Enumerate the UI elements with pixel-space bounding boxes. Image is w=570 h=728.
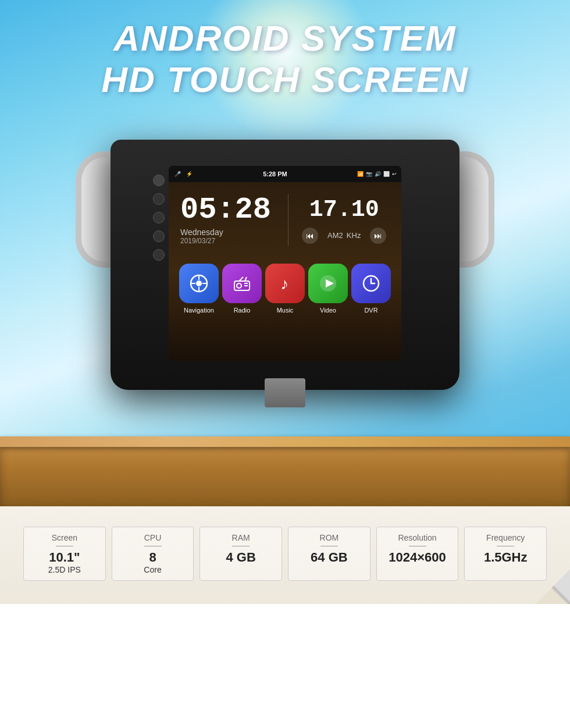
spec-item-screen: Screen 10.1" 2.5D IPS — [23, 527, 106, 581]
radio-section: 17.10 ⏮ AM2 KHz ⏭ — [293, 188, 396, 252]
spec-divider — [320, 546, 338, 546]
app-grid: NavigationRadio♪MusicVideoDVR — [169, 258, 401, 361]
spec-label: Screen — [52, 533, 77, 542]
app-icon-video — [308, 264, 348, 303]
camera-icon: 📷 — [366, 171, 372, 177]
app-icon-dvr — [351, 264, 391, 303]
app-item-music[interactable]: ♪Music — [265, 264, 305, 358]
app-item-dvr[interactable]: DVR — [351, 264, 391, 358]
back-icon: ↩ — [392, 171, 397, 177]
shelf-top — [0, 436, 570, 447]
volume-icon: 🔊 — [375, 171, 381, 177]
clock-section: 05:28 Wednesday 2019/03/27 — [174, 188, 283, 252]
spec-divider — [409, 546, 426, 546]
shelf — [0, 436, 570, 506]
android-screen[interactable]: 🎤 ⚡ 5:28 PM 📶 📷 🔊 ⬜ ↩ — [169, 166, 401, 361]
info-panel: 05:28 Wednesday 2019/03/27 17.10 ⏮ — [169, 182, 401, 258]
spec-divider — [497, 546, 514, 546]
specs-grid: Screen 10.1" 2.5D IPS CPU 8 Core RAM 4 G… — [23, 527, 547, 581]
wifi-icon: 📶 — [357, 171, 364, 177]
spec-item-resolution: Resolution 1024×600 — [376, 527, 459, 581]
left-buttons — [150, 169, 168, 285]
radio-frequency: 17.10 — [309, 197, 379, 223]
app-icon-radio — [222, 264, 262, 303]
spec-value: 1.5GHz — [484, 550, 528, 565]
app-item-radio[interactable]: Radio — [222, 264, 262, 358]
spec-sub: Core — [144, 565, 161, 574]
title-block: ANDROID SYSTEM HD TOUCH SCREEN — [0, 17, 570, 100]
clock-day: Wednesday — [180, 228, 283, 237]
svg-text:♪: ♪ — [280, 275, 288, 293]
spec-label: ROM — [320, 533, 339, 542]
bottom-mount — [265, 378, 305, 407]
spec-label: RAM — [232, 533, 250, 542]
radio-band-label: AM2 KHz — [327, 231, 361, 240]
status-left-icons: 🎤 ⚡ — [173, 170, 193, 178]
spec-item-ram: RAM 4 GB — [200, 527, 282, 581]
spec-label: Resolution — [398, 533, 436, 542]
app-label-radio: Radio — [234, 307, 251, 314]
window-icon: ⬜ — [383, 171, 390, 177]
spec-value: 10.1" — [49, 550, 80, 565]
spec-divider — [56, 546, 73, 546]
title-line1: ANDROID SYSTEM — [0, 17, 570, 59]
app-item-video[interactable]: Video — [308, 264, 348, 358]
radio-prev-button[interactable]: ⏮ — [302, 228, 318, 244]
specs-section: Screen 10.1" 2.5D IPS CPU 8 Core RAM 4 G… — [0, 506, 570, 604]
radio-next-button[interactable]: ⏭ — [370, 228, 386, 244]
spec-label: Frequency — [486, 533, 525, 542]
device-wrapper: 🎤 ⚡ 5:28 PM 📶 📷 🔊 ⬜ ↩ — [76, 122, 494, 390]
svg-point-1 — [196, 280, 202, 286]
vol-up-button[interactable] — [153, 230, 165, 242]
spec-value: 8 — [149, 550, 156, 565]
spec-value: 64 GB — [311, 550, 348, 565]
screen-content: 05:28 Wednesday 2019/03/27 17.10 ⏮ — [169, 182, 401, 361]
radio-controls: ⏮ AM2 KHz ⏭ — [302, 228, 386, 244]
svg-line-11 — [245, 277, 247, 281]
spec-item-cpu: CPU 8 Core — [112, 527, 194, 581]
app-item-navigation[interactable]: Navigation — [179, 264, 219, 358]
svg-point-7 — [237, 283, 241, 288]
spec-item-rom: ROM 64 GB — [288, 527, 370, 581]
clock-date: 2019/03/27 — [180, 237, 283, 245]
app-label-navigation: Navigation — [184, 307, 214, 314]
hero-section: ANDROID SYSTEM HD TOUCH SCREEN — [0, 0, 570, 506]
vol-down-button[interactable] — [153, 249, 165, 261]
mic-icon: 🎤 — [173, 170, 181, 178]
status-time: 5:28 PM — [263, 171, 287, 177]
radio-body: 🎤 ⚡ 5:28 PM 📶 📷 🔊 ⬜ ↩ — [111, 140, 459, 390]
home-button[interactable] — [153, 193, 165, 205]
clock-time: 05:28 — [180, 195, 283, 225]
status-right-icons: 📶 📷 🔊 ⬜ ↩ — [357, 171, 397, 177]
power-button[interactable] — [153, 175, 165, 186]
app-label-music: Music — [277, 307, 294, 314]
spec-value: 4 GB — [226, 550, 256, 565]
svg-line-10 — [239, 277, 243, 281]
app-icon-music: ♪ — [265, 264, 305, 303]
spec-item-frequency: Frequency 1.5GHz — [464, 527, 547, 581]
back-button[interactable] — [153, 212, 165, 223]
app-icon-navigation — [179, 264, 219, 303]
title-line2: HD TOUCH SCREEN — [0, 59, 570, 100]
spec-label: CPU — [144, 533, 162, 542]
app-label-video: Video — [320, 307, 336, 314]
usb-icon: ⚡ — [185, 170, 193, 178]
radio-unit: 🎤 ⚡ 5:28 PM 📶 📷 🔊 ⬜ ↩ — [76, 122, 494, 390]
spec-divider — [232, 546, 250, 546]
spec-sub: 2.5D IPS — [48, 565, 81, 574]
app-label-dvr: DVR — [364, 307, 377, 314]
panel-divider — [288, 194, 288, 246]
spec-divider — [144, 546, 162, 546]
status-bar: 🎤 ⚡ 5:28 PM 📶 📷 🔊 ⬜ ↩ — [169, 166, 401, 182]
spec-value: 1024×600 — [389, 550, 446, 565]
